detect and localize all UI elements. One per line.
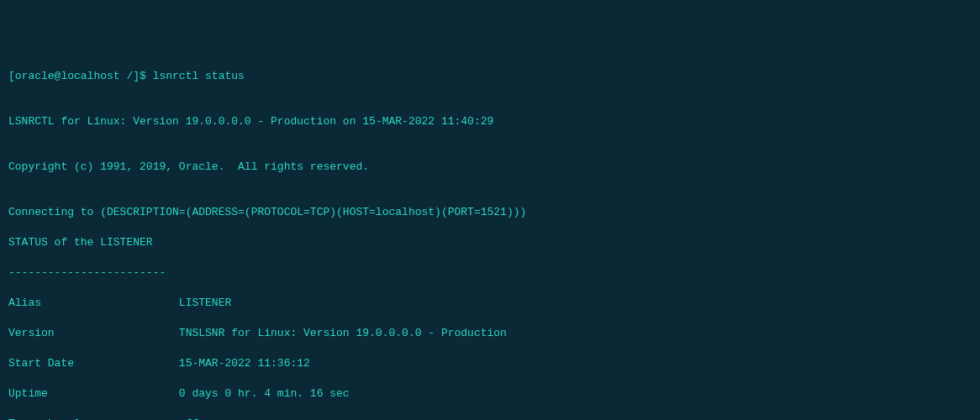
output-start-date: Start Date 15-MAR-2022 11:36:12 [8,356,972,371]
command-text: lsnrctl status [153,70,245,82]
output-version-detail: Version TNSLSNR for Linux: Version 19.0.… [8,326,972,341]
shell-prompt: [oracle@localhost /]$ [8,70,153,82]
output-status-header: STATUS of the LISTENER [8,235,972,250]
output-version: LSNRCTL for Linux: Version 19.0.0.0.0 - … [8,114,972,129]
output-uptime: Uptime 0 days 0 hr. 4 min. 16 sec [8,386,972,402]
output-trace-level: Trace Level off [8,417,972,420]
terminal-command-line[interactable]: [oracle@localhost /]$ lsnrctl status [8,69,972,84]
output-alias: Alias LISTENER [8,296,972,311]
output-connecting: Connecting to (DESCRIPTION=(ADDRESS=(PRO… [8,205,972,220]
output-copyright: Copyright (c) 1991, 2019, Oracle. All ri… [8,160,972,175]
output-dashes: ------------------------ [8,265,972,281]
